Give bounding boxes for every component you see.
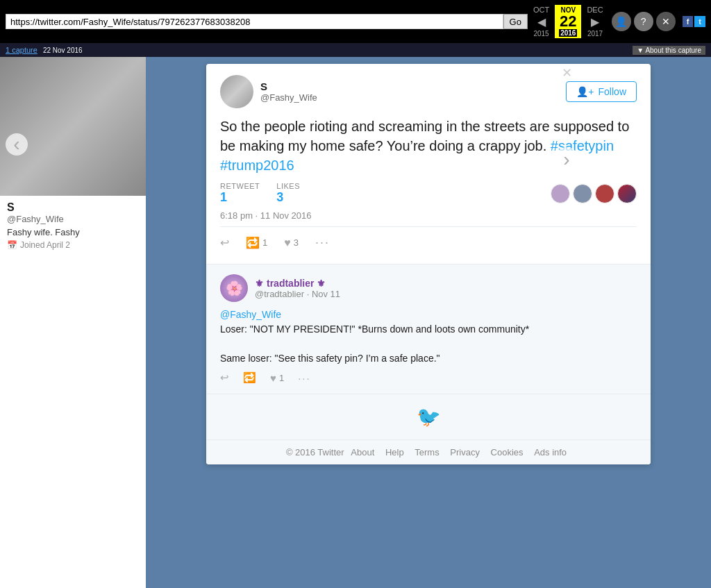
tweet-author-avatar [220,75,253,108]
like-action-button[interactable]: ♥ 3 [284,237,299,249]
dec-label: DEC [587,6,603,14]
footer-help-link[interactable]: Help [385,447,404,457]
tweet-author-info: S @Fashy_Wife [260,81,317,103]
retweet-action-count: 1 [262,237,267,248]
likes-label: LIKES [276,182,300,190]
retweeter-avatars [551,184,637,203]
tweet-bird-footer: 🐦 [206,394,651,439]
wayback-top-bar: Go OCT ◀ 2015 NOV 22 2016 DEC ▶ 2017 👤 ?… [0,0,711,43]
reply-text: @Fashy_Wife Loser: "NOT MY PRESIDENT!" *… [220,308,637,366]
profile-image-placeholder [0,57,146,196]
more-actions-button[interactable]: ··· [315,235,330,250]
likes-count: 3 [276,190,300,205]
help-icon[interactable]: ? [634,12,653,31]
reply-header: 🌸 ⚜ tradtablier ⚜ @tradtablier · Nov 11 [220,274,637,302]
right-arrow-icon: ▶ [591,15,599,28]
footer-cookies-link[interactable]: Cookies [491,447,524,457]
retweeter-4 [617,184,637,203]
capture-link[interactable]: 1 capture [6,46,37,54]
retweet-label: RETWEET [220,182,260,190]
sidebar-profile-image [0,57,146,196]
sidebar-info: S @Fashy_Wife Fashy wife. Fashy 📅 Joined… [0,196,146,255]
reply-author-details: ⚜ tradtablier ⚜ @tradtablier · Nov 11 [255,278,340,299]
reply-actions: ↩ 🔁 ♥ 1 ··· [220,371,637,384]
reply-line2: Same loser: "See this safety pin? I’m a … [220,353,440,364]
wayback-nav-area: OCT ◀ 2015 NOV 22 2016 DEC ▶ 2017 👤 ? ✕ … [533,5,705,38]
reply-retweet-button[interactable]: 🔁 [243,371,256,384]
wayback-url-form: Go [6,14,528,29]
facebook-icon[interactable]: f [683,16,694,27]
reply-fleur-right: ⚜ [317,278,326,289]
retweet-icon: 🔁 [246,236,260,249]
tweet-close-button[interactable]: ✕ [562,65,572,81]
wayback-icons: 👤 ? ✕ [612,12,676,31]
oct-year-label: 2015 [533,30,549,37]
day-label: 22 [559,14,577,29]
heart-icon: ♥ [284,237,291,249]
reply-tweet: 🌸 ⚜ tradtablier ⚜ @tradtablier · Nov 11 [206,264,651,394]
tweet-header: S @Fashy_Wife 👤+ Follow [220,75,637,108]
footer-terms-link[interactable]: Terms [415,447,439,457]
left-nav-arrow[interactable]: ‹ [6,133,28,156]
about-this-capture-button[interactable]: ▼ About this capture [633,46,705,55]
reply-handle-time: @tradtablier · Nov 11 [255,289,340,299]
sidebar-joined: 📅 Joined April 2 [7,240,139,250]
wayback-subbar: 1 capture 22 Nov 2016 ▼ About this captu… [0,43,711,57]
left-arrow-icon: ◀ [537,15,546,28]
calendar-icon: 📅 [7,240,17,250]
retweet-stat: RETWEET 1 [220,182,260,205]
capture-date: 22 Nov 2016 [43,47,83,54]
oct-label: OCT [533,6,549,14]
tweet-container: S @Fashy_Wife 👤+ Follow So the people ri… [206,64,651,464]
retweeter-2 [573,184,592,203]
reply-line1: Loser: "NOT MY PRESIDENT!" *Burns down a… [220,324,529,335]
page-footer: © 2016 Twitter About Help Terms Privacy … [206,439,651,464]
reply-like-button[interactable]: ♥ 1 [270,372,284,384]
twitter-bird-icon: 🐦 [417,405,441,428]
avatar-image [220,75,253,108]
close-icon[interactable]: ✕ [656,12,676,31]
dec-year-label: 2017 [587,30,603,37]
footer-privacy-link[interactable]: Privacy [450,447,480,457]
tweet-timestamp: 6:18 pm · 11 Nov 2016 [220,210,637,221]
likes-stat: LIKES 3 [276,182,300,205]
reply-like-count: 1 [279,373,284,383]
retweet-count: 1 [220,190,260,205]
calendar-center: NOV 22 2016 [555,5,581,38]
sidebar-username: S [7,201,139,214]
footer-copyright: © 2016 Twitter [286,447,344,457]
footer-ads-link[interactable]: Ads info [534,447,567,457]
twitter-icon[interactable]: t [694,16,705,27]
right-nav-arrow[interactable]: › [554,147,579,172]
reply-author-name[interactable]: ⚜ tradtablier ⚜ [255,278,340,289]
reply-reply-icon: ↩ [220,371,229,384]
tweet-actions: ↩ 🔁 1 ♥ 3 ··· [220,233,637,253]
year-label: 2016 [559,29,577,37]
retweeter-3 [595,184,614,203]
user-icon[interactable]: 👤 [612,12,631,31]
author-handle[interactable]: @Fashy_Wife [260,92,317,103]
footer-about-link[interactable]: About [351,447,374,457]
main-area: ‹ S @Fashy_Wife Fashy wife. Fashy 📅 Join… [0,57,711,588]
reply-reply-button[interactable]: ↩ [220,371,229,384]
go-button[interactable]: Go [503,14,528,29]
main-tweet: S @Fashy_Wife 👤+ Follow So the people ri… [206,64,651,264]
follow-icon: 👤+ [576,86,594,97]
reply-avatar: 🌸 [220,274,248,302]
prev-month-button[interactable]: ◀ [535,14,549,30]
reply-icon: ↩ [220,236,229,249]
reply-at-mention[interactable]: @Fashy_Wife [220,309,281,320]
tweet-stats-row: RETWEET 1 LIKES 3 [220,182,300,205]
follow-button[interactable]: 👤+ Follow [566,81,637,102]
sidebar: ‹ S @Fashy_Wife Fashy wife. Fashy 📅 Join… [0,57,146,588]
reply-heart-icon: ♥ [270,372,276,384]
reply-retweet-icon: 🔁 [243,371,256,384]
author-name[interactable]: S [260,81,317,92]
url-input[interactable] [6,14,503,29]
retweet-action-button[interactable]: 🔁 1 [246,236,267,249]
reply-button[interactable]: ↩ [220,236,229,249]
tweet-hashtag2[interactable]: #trump2016 [220,158,294,173]
tweet-author: S @Fashy_Wife [220,75,317,108]
reply-more-button[interactable]: ··· [298,372,311,384]
next-month-button[interactable]: ▶ [588,14,602,30]
